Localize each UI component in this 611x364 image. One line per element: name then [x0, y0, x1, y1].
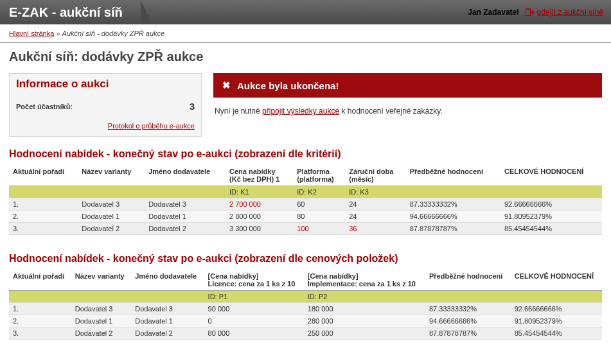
table-row: 3.Dodavatel 2Dodavatel 23 300 0001003687…: [9, 223, 602, 235]
protocol-link[interactable]: Protokol o průběhu e-aukce: [108, 122, 195, 130]
info-heading: Informace o aukci: [10, 74, 201, 97]
table1-heading: Hodnocení nabídek - konečný stav po e-au…: [9, 148, 602, 160]
table-row: 3.Dodavatel 2Dodavatel 280 000250 00087.…: [9, 327, 602, 340]
close-icon: ✖: [222, 80, 231, 91]
th: [Cena nabídky]Implementace: cena za 1 ks…: [304, 270, 425, 291]
participants-value: 3: [190, 101, 195, 112]
info-box: Informace o aukci Počet účastníků: 3 Pro…: [9, 73, 202, 137]
app-title: E-ZAK - aukční síň: [0, 0, 141, 24]
th: Předběžné hodnocení: [406, 165, 500, 186]
header: E-ZAK - aukční síň Jan Zadavatel odejít …: [0, 0, 611, 24]
th: Aktuální pořadí: [9, 270, 71, 291]
table-row: ID: K1ID: K2ID: K3: [9, 186, 602, 198]
header-right: Jan Zadavatel odejít z aukční síně: [468, 8, 603, 17]
th: Záruční doba(měsíc): [345, 165, 406, 186]
after-text: Nyní je nutné připojit výsledky aukce k …: [213, 98, 602, 116]
table-prices: Aktuální pořadí Název varianty Jméno dod…: [9, 270, 602, 340]
attach-results-link[interactable]: připojit výsledky aukce: [262, 107, 339, 116]
breadcrumb-current: Aukční síň - dodávky ZPŘ aukce: [62, 30, 165, 37]
th: Jméno dodavatele: [131, 270, 204, 291]
table-criteria: Aktuální pořadí Název varianty Jméno dod…: [9, 165, 602, 235]
page-title: Aukční síň: dodávky ZPŘ aukce: [0, 43, 611, 73]
table-row: 2.Dodavatel 1Dodavatel 12 800 000802494.…: [9, 211, 602, 223]
th: Aktuální pořadí: [9, 165, 78, 186]
table-row: ID: P1ID: P2: [9, 291, 602, 303]
th: Jméno dodavatele: [145, 165, 226, 186]
th: Název varianty: [71, 270, 132, 291]
th: Název varianty: [78, 165, 145, 186]
th: CELKOVÉ HODNOCENÍ: [511, 270, 602, 291]
table-row: 1.Dodavatel 3Dodavatel 390 000180 00087.…: [9, 303, 602, 315]
th: Platforma(platforma): [293, 165, 345, 186]
alert-box: ✖ Aukce byla ukončena!: [213, 73, 602, 98]
alert-text: Aukce byla ukončena!: [237, 80, 339, 91]
th: Cena nabídky(Kč bez DPH) 1: [226, 165, 293, 186]
exit-link[interactable]: odejít z aukční síně: [526, 8, 603, 17]
breadcrumb-sep: »: [56, 30, 60, 37]
exit-label: odejít z aukční síně: [537, 8, 603, 17]
exit-icon: [526, 8, 535, 16]
table-row: 2.Dodavatel 1Dodavatel 10280 00094.66666…: [9, 315, 602, 327]
participants-label: Počet účastníků:: [16, 103, 73, 110]
th: CELKOVÉ HODNOCENÍ: [500, 165, 602, 186]
th: Předběžné hodnocení: [425, 270, 511, 291]
username: Jan Zadavatel: [468, 8, 518, 17]
table-row: 1.Dodavatel 3Dodavatel 32 700 000602487.…: [9, 198, 602, 211]
th: [Cena nabídky]Licence: cena za 1 ks z 10: [204, 270, 304, 291]
table2-heading: Hodnocení nabídek - konečný stav po e-au…: [9, 253, 602, 264]
breadcrumb: Hlavní stránka » Aukční síň - dodávky ZP…: [0, 24, 611, 43]
breadcrumb-home[interactable]: Hlavní stránka: [9, 30, 54, 37]
